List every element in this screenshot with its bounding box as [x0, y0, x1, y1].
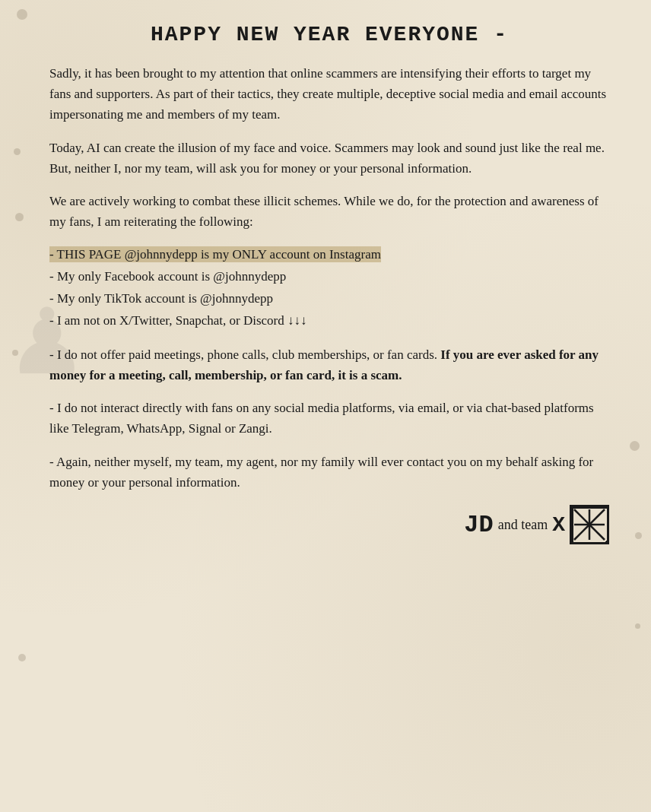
- paragraph-no-contact: - Again, neither myself, my team, my age…: [49, 452, 609, 493]
- main-content: HAPPY NEW YEAR EVERYONE - Sadly, it has …: [0, 0, 651, 567]
- accounts-list: - THIS PAGE @johnnydepp is my ONLY accou…: [49, 244, 609, 332]
- svg-line-1: [574, 509, 605, 540]
- paragraph-no-direct-interact: - I do not interact directly with fans o…: [49, 398, 609, 439]
- page-title: HAPPY NEW YEAR EVERYONE -: [49, 23, 609, 46]
- list-item-facebook: - My only Facebook account is @johnnydep…: [49, 266, 609, 288]
- signature-and-team: and team: [498, 517, 548, 533]
- list-item-tiktok: - My only TikTok account is @johnnydepp: [49, 288, 609, 310]
- snowflake-icon: [573, 508, 606, 541]
- highlighted-instagram: - THIS PAGE @johnnydepp is my ONLY accou…: [49, 246, 381, 262]
- svg-line-0: [574, 509, 605, 540]
- list-item-instagram: - THIS PAGE @johnnydepp is my ONLY accou…: [49, 244, 609, 266]
- decorative-spot: [18, 654, 26, 661]
- no-meetings-part1: - I do not offer paid meetings, phone ca…: [49, 347, 437, 362]
- signature-jd: JD: [464, 511, 493, 539]
- paragraph-2: Today, AI can create the illusion of my …: [49, 138, 609, 179]
- paragraph-no-meetings: - I do not offer paid meetings, phone ca…: [49, 344, 609, 385]
- snowflake-symbol: [570, 505, 609, 544]
- signature-section: JD and team X: [49, 505, 609, 544]
- signature-x: X: [552, 513, 565, 537]
- paragraph-1: Sadly, it has been brought to my attenti…: [49, 63, 609, 125]
- list-item-twitter: - I am not on X/Twitter, Snapchat, or Di…: [49, 310, 609, 332]
- decorative-spot: [635, 623, 640, 629]
- paragraph-3: We are actively working to combat these …: [49, 191, 609, 232]
